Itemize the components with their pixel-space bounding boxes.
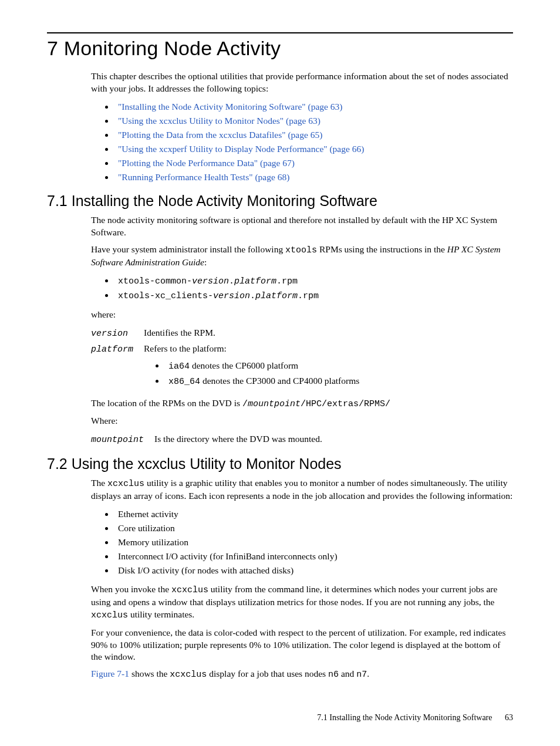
- def-term: platform: [91, 345, 133, 355]
- intro-block: This chapter describes the optional util…: [91, 70, 513, 184]
- code-var: platform: [234, 276, 276, 286]
- text: utility terminates.: [128, 609, 194, 619]
- topic-item: "Plotting the Node Performance Data" (pa…: [114, 156, 513, 170]
- code-var: version: [192, 276, 229, 286]
- code: .rpm: [276, 276, 298, 286]
- text: Refers to the platform:: [144, 343, 227, 353]
- sec72-p1: The xcxclus utility is a graphic utility…: [91, 477, 513, 502]
- code: /HPC/extras/RPMS/: [301, 399, 390, 409]
- chapter-title: 7 Monitoring Node Activity: [47, 37, 513, 60]
- topic-item: "Using the xcxperf Utility to Display No…: [114, 142, 513, 156]
- info-item: Ethernet activity: [114, 507, 513, 521]
- where-label: where:: [91, 309, 513, 321]
- code: .: [250, 291, 255, 301]
- def-row: mountpoint Is the directory where the DV…: [91, 432, 333, 447]
- text: :: [204, 257, 207, 267]
- text: Have your system administrator install t…: [91, 244, 285, 254]
- def-table-1: version Identifies the RPM. platform Ref…: [91, 326, 370, 392]
- text: utility is a graphic utility that enable…: [91, 478, 512, 501]
- text: and: [339, 669, 356, 679]
- code: xcxclus: [171, 585, 208, 595]
- rpm-list: xtools-common-version.platform.rpm xtool…: [91, 274, 513, 303]
- code: .: [229, 276, 234, 286]
- topic-link[interactable]: "Plotting the Data from the xcxclus Data…: [118, 130, 322, 140]
- topic-item: "Running Performance Health Tests" (page…: [114, 170, 513, 184]
- text: denotes the CP3000 and CP4000 platforms: [200, 376, 359, 386]
- topic-link[interactable]: "Using the xcxclus Utility to Monitor No…: [118, 116, 321, 126]
- section-7-1-heading: 7.1 Installing the Node Activity Monitor…: [47, 193, 513, 210]
- code: xcxclus: [170, 670, 207, 680]
- sec72-p4: Figure 7-1 shows the xcxclus display for…: [91, 668, 513, 681]
- topic-link[interactable]: "Using the xcxperf Utility to Display No…: [118, 144, 364, 154]
- topic-item: "Using the xcxclus Utility to Monitor No…: [114, 114, 513, 128]
- code-var: platform: [255, 291, 298, 301]
- page: 7 Monitoring Node Activity This chapter …: [0, 0, 560, 746]
- def-row: platform Refers to the platform: ia64 de…: [91, 342, 370, 393]
- where-label-2: Where:: [91, 415, 513, 427]
- rpm-item: xtools-xc_clients-version.platform.rpm: [114, 288, 513, 303]
- topic-list: "Installing the Node Activity Monitoring…: [91, 100, 513, 184]
- text: RPMs using the instructions in the: [317, 244, 447, 254]
- code: xtools-xc_clients-: [118, 291, 213, 301]
- page-footer: 7.1 Installing the Node Activity Monitor…: [47, 701, 513, 723]
- topic-link[interactable]: "Installing the Node Activity Monitoring…: [118, 102, 342, 112]
- intro-paragraph: This chapter describes the optional util…: [91, 70, 513, 95]
- rpm-location: The location of the RPMs on the DVD is /…: [91, 397, 513, 410]
- def-desc: Is the directory where the DVD was mount…: [154, 432, 333, 447]
- page-number: 63: [505, 713, 513, 722]
- rpm-item: xtools-common-version.platform.rpm: [114, 274, 513, 288]
- code-var: version: [213, 291, 250, 301]
- info-item: Core utilization: [114, 521, 513, 535]
- text: The location of the RPMs on the DVD is: [91, 398, 242, 408]
- code: xtools-common-: [118, 276, 192, 286]
- info-item: Memory utilization: [114, 535, 513, 549]
- code-xtools: xtools: [285, 245, 317, 255]
- code: .rpm: [298, 291, 319, 301]
- code: n6: [328, 670, 339, 680]
- code: xcxclus: [107, 479, 144, 489]
- topic-link[interactable]: "Running Performance Health Tests" (page…: [118, 172, 289, 182]
- platform-list: ia64 denotes the CP6000 platform x86_64 …: [144, 359, 359, 389]
- text: shows the: [129, 669, 170, 679]
- def-table-2: mountpoint Is the directory where the DV…: [91, 432, 333, 447]
- code: xcxclus: [91, 610, 128, 620]
- text: .: [367, 669, 369, 679]
- text: denotes the CP6000 platform: [190, 360, 298, 370]
- def-desc: Refers to the platform: ia64 denotes the…: [144, 342, 370, 393]
- sec71-p1: The node activity monitoring software is…: [91, 214, 513, 239]
- code-var: mountpoint: [248, 399, 301, 409]
- sec72-p2: When you invoke the xcxclus utility from…: [91, 583, 513, 622]
- topic-item: "Installing the Node Activity Monitoring…: [114, 100, 513, 114]
- info-list: Ethernet activity Core utilization Memor…: [91, 507, 513, 578]
- text: display for a job that uses nodes: [207, 669, 328, 679]
- platform-item: x86_64 denotes the CP3000 and CP4000 pla…: [165, 374, 359, 389]
- info-item: Disk I/O activity (for nodes with attach…: [114, 563, 513, 578]
- text: The: [91, 478, 107, 488]
- code: /: [242, 399, 248, 409]
- chapter-number: 7: [47, 37, 58, 59]
- info-item: Interconnect I/O activity (for InfiniBan…: [114, 549, 513, 563]
- def-row: version Identifies the RPM.: [91, 326, 370, 341]
- code: x86_64: [168, 377, 200, 387]
- sec72-p3: For your convenience, the data is color-…: [91, 627, 513, 664]
- topic-item: "Plotting the Data from the xcxclus Data…: [114, 128, 513, 142]
- chapter-name: Monitoring Node Activity: [64, 37, 281, 59]
- section-7-2-heading: 7.2 Using the xcxclus Utility to Monitor…: [47, 455, 513, 472]
- text: When you invoke the: [91, 584, 171, 594]
- def-desc: Identifies the RPM.: [144, 326, 370, 341]
- footer-section-label: 7.1 Installing the Node Activity Monitor…: [317, 713, 492, 722]
- section-7-1-body: The node activity monitoring software is…: [91, 214, 513, 447]
- code: ia64: [168, 362, 190, 372]
- def-term: mountpoint: [91, 435, 144, 445]
- figure-ref-link[interactable]: Figure 7-1: [91, 669, 129, 679]
- top-rule: [47, 32, 513, 33]
- def-term: version: [91, 329, 128, 339]
- section-7-2-body: The xcxclus utility is a graphic utility…: [91, 477, 513, 681]
- platform-item: ia64 denotes the CP6000 platform: [165, 359, 359, 374]
- topic-link[interactable]: "Plotting the Node Performance Data" (pa…: [118, 158, 295, 168]
- sec71-p2: Have your system administrator install t…: [91, 244, 513, 269]
- code: n7: [356, 670, 367, 680]
- content-area: 7 Monitoring Node Activity This chapter …: [47, 32, 513, 701]
